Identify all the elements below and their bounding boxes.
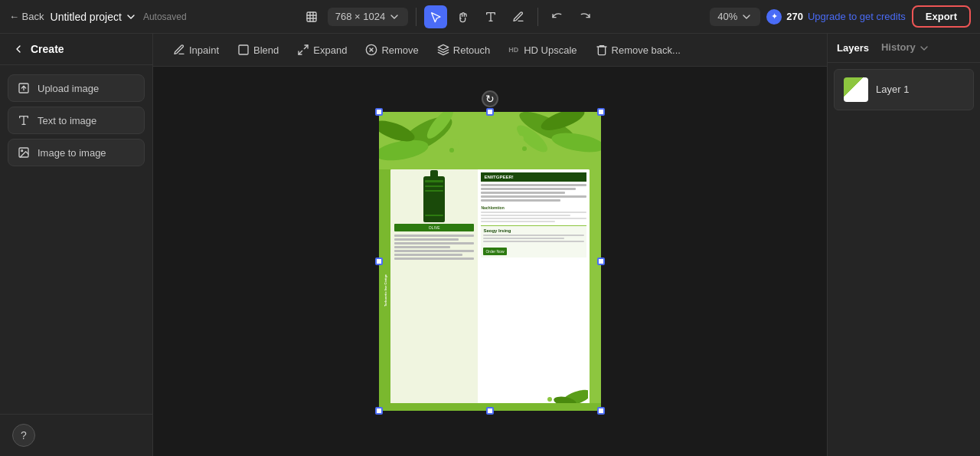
help-button[interactable]: ? [12, 424, 35, 447]
zoom-selector[interactable]: 40% [710, 8, 760, 26]
layer-thumb-inner [844, 77, 868, 102]
flyer-bottom-leaves [527, 382, 588, 405]
canvas-image: OLIVE [379, 112, 601, 411]
back-arrow-icon [12, 43, 24, 55]
credits-icon: ✦ [766, 9, 782, 25]
project-name-text: Untitled project [51, 11, 122, 23]
chevron-down-icon [918, 42, 930, 54]
flyer-right-header: ENIITGPEER! [481, 172, 586, 182]
select-tool-button[interactable] [424, 5, 447, 28]
export-button[interactable]: Export [912, 5, 971, 28]
inpaint-tool[interactable]: Inpaint [165, 40, 227, 60]
handle-bottom-middle[interactable] [486, 407, 494, 415]
flyer-seogy-section: Seogy Irsing Order Now [481, 225, 586, 258]
blend-label: Blend [253, 44, 279, 56]
pen-tool-button[interactable] [507, 5, 530, 28]
right-panel: Layers History Layer 1 [827, 34, 980, 456]
top-bar-left: ← Back Untitled project Autosaved [9, 11, 187, 23]
flyer-sub-section: Nachlomtion [481, 205, 586, 222]
upload-image-button[interactable]: Upload image [8, 74, 145, 102]
top-bar: ← Back Untitled project Autosaved 768 × … [0, 0, 980, 34]
layer-1-thumbnail [844, 77, 868, 102]
flyer-text-lines-left [394, 235, 474, 260]
remove-back-icon [596, 44, 608, 56]
remove-icon [365, 44, 377, 56]
divider [537, 8, 538, 26]
expand-tool[interactable]: Expand [289, 40, 354, 60]
top-bar-right: 40% ✦ 270 Upgrade to get credits Export [710, 5, 971, 28]
inpaint-label: Inpaint [189, 44, 219, 56]
flyer-leaves-area [379, 112, 601, 177]
handle-top-left[interactable] [375, 108, 383, 116]
inpaint-icon [173, 44, 185, 56]
right-panel-header: Layers History [828, 34, 980, 63]
retouch-tool[interactable]: Retouch [430, 40, 498, 60]
canvas-toolbar: Inpaint Blend Expand Remove Retouch HD H… [153, 34, 827, 67]
flyer-white-panel: OLIVE [390, 169, 590, 407]
svg-rect-0 [307, 12, 316, 21]
handle-middle-left[interactable] [375, 258, 383, 265]
undo-button[interactable] [546, 5, 569, 28]
leaves-svg [379, 112, 601, 177]
chevron-down-icon [125, 11, 137, 23]
zoom-level-text: 40% [717, 11, 737, 22]
sidebar-title: Create [31, 43, 64, 55]
text-icon [18, 114, 30, 126]
text-to-image-button[interactable]: Text to image [8, 107, 145, 134]
svg-point-8 [21, 150, 23, 152]
upload-image-label: Upload image [38, 83, 99, 94]
canvas-workspace[interactable]: ↻ [153, 67, 827, 456]
top-bar-center: 768 × 1024 [193, 5, 704, 28]
blend-icon [237, 44, 250, 56]
svg-line-10 [305, 45, 309, 49]
hd-upscale-label: HD Upscale [524, 44, 577, 56]
canvas-size-selector[interactable]: 768 × 1024 [328, 8, 408, 26]
canvas-size-text: 768 × 1024 [335, 11, 385, 22]
svg-line-11 [299, 51, 302, 54]
handle-top-middle[interactable] [486, 108, 494, 116]
handle-middle-right[interactable] [597, 258, 605, 265]
hand-tool-button[interactable] [452, 5, 475, 28]
remove-back-label: Remove back... [612, 44, 681, 56]
handle-bottom-left[interactable] [375, 407, 383, 415]
left-sidebar: Create Upload image Text to image Image … [0, 34, 153, 456]
credits-count: 270 [786, 11, 803, 22]
project-name[interactable]: Untitled project [51, 11, 137, 23]
resize-tool-button[interactable] [300, 5, 323, 28]
layers-tab[interactable]: Layers [837, 42, 869, 54]
canvas-frame[interactable]: ↻ [379, 112, 601, 411]
flyer-content: OLIVE [379, 112, 601, 411]
expand-label: Expand [313, 44, 347, 56]
redo-button[interactable] [573, 5, 596, 28]
image-to-image-label: Image to image [38, 147, 106, 159]
chevron-down-icon [388, 11, 400, 23]
remove-back-tool[interactable]: Remove back... [588, 40, 688, 60]
svg-rect-9 [239, 45, 248, 54]
expand-icon [297, 44, 309, 56]
handle-top-right[interactable] [597, 108, 605, 116]
text-tool-button[interactable] [479, 5, 502, 28]
rotate-handle[interactable]: ↻ [482, 90, 498, 107]
chevron-down-icon [740, 11, 753, 23]
svg-point-25 [518, 136, 524, 142]
canvas-area: Inpaint Blend Expand Remove Retouch HD H… [153, 34, 827, 456]
remove-tool[interactable]: Remove [358, 40, 426, 60]
image-to-image-icon [18, 146, 30, 159]
handle-bottom-right[interactable] [597, 407, 605, 415]
flyer-text-lines-right [481, 184, 586, 202]
main-content: Create Upload image Text to image Image … [0, 34, 980, 456]
back-button[interactable]: ← Back [9, 11, 44, 22]
history-tab[interactable]: History [881, 41, 930, 54]
svg-point-26 [522, 146, 527, 151]
image-to-image-button[interactable]: Image to image [8, 139, 145, 166]
svg-point-29 [547, 397, 552, 402]
sidebar-header: Create [0, 34, 152, 65]
divider [416, 8, 416, 26]
upgrade-link[interactable]: Upgrade to get credits [808, 11, 906, 22]
blend-tool[interactable]: Blend [230, 40, 286, 60]
flyer-left-col: OLIVE [390, 169, 478, 407]
hd-upscale-tool[interactable]: HD HD Upscale [501, 41, 584, 60]
retouch-icon [437, 44, 449, 56]
layer-1-item[interactable]: Layer 1 [834, 69, 974, 110]
autosaved-label: Autosaved [143, 11, 187, 22]
